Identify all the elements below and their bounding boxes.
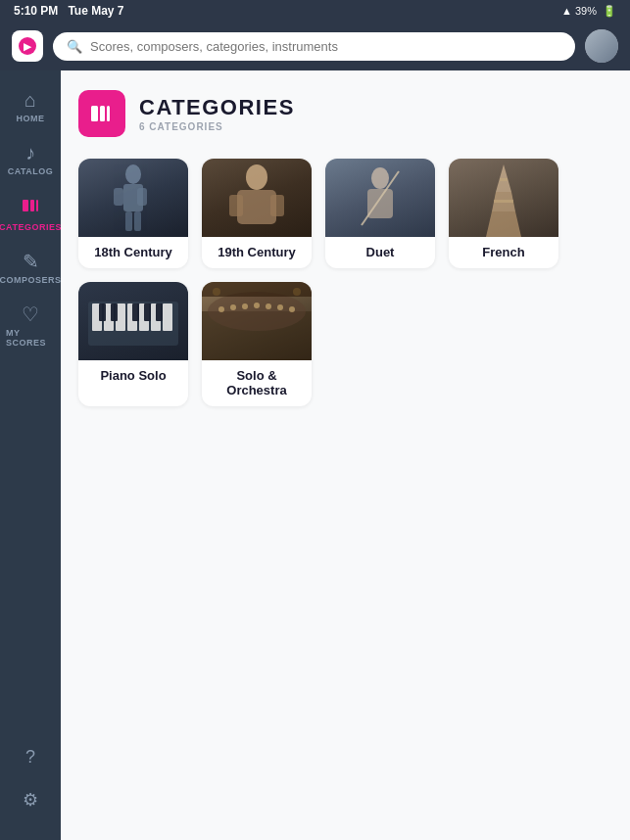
status-bar: 5:10 PM Tue May 7 ▲ 39% 🔋 — [0, 0, 630, 22]
svg-point-44 — [277, 304, 283, 310]
category-image-19th-century — [202, 159, 312, 237]
composers-icon: ✎ — [23, 252, 39, 271]
help-icon: ? — [25, 747, 35, 768]
svg-rect-33 — [111, 303, 118, 321]
svg-rect-8 — [114, 188, 123, 206]
category-image-solo-orchestra — [202, 282, 312, 360]
svg-rect-23 — [494, 200, 513, 203]
wifi-icon: ▲ 39% — [561, 5, 597, 17]
svg-rect-48 — [202, 282, 312, 297]
category-image-18th-century — [78, 159, 188, 237]
svg-rect-15 — [270, 195, 284, 216]
category-card-18th-century[interactable]: 18th Century — [78, 159, 188, 268]
main-layout: ⌂ HOME ♪ CATALOG CATEGORIES ✎ COMPOSERS … — [0, 70, 630, 840]
svg-rect-31 — [163, 303, 172, 331]
search-bar[interactable]: 🔍 — [53, 32, 575, 61]
category-card-19th-century[interactable]: 19th Century — [202, 159, 312, 268]
sidebar-label-composers: COMPOSERS — [0, 275, 62, 285]
svg-point-43 — [266, 303, 271, 309]
settings-icon: ⚙ — [23, 789, 38, 811]
svg-rect-35 — [144, 303, 151, 321]
category-image-duet — [325, 159, 435, 237]
heart-icon: ♡ — [22, 304, 39, 324]
top-bar: ▶ 🔍 — [0, 22, 630, 70]
category-label-solo-orchestra: Solo & Orchestra — [202, 360, 312, 406]
app-logo: ▶ — [12, 30, 43, 62]
category-label-piano-solo: Piano Solo — [78, 360, 188, 392]
page-header: CATEGORIES 6 CATEGORIES — [78, 90, 612, 137]
svg-point-40 — [230, 304, 236, 310]
sidebar-item-home[interactable]: ⌂ HOME — [0, 80, 61, 133]
sidebar-item-catalog[interactable]: ♪ CATALOG — [0, 133, 61, 186]
status-time-date: 5:10 PM Tue May 7 — [14, 4, 124, 18]
sidebar-label-catalog: CATALOG — [8, 166, 54, 176]
svg-rect-1 — [30, 200, 34, 211]
sidebar-label-categories: CATEGORIES — [0, 222, 62, 232]
help-button[interactable]: ? — [23, 737, 38, 777]
content-area: CATEGORIES 6 CATEGORIES 18t — [61, 70, 630, 840]
svg-point-39 — [218, 306, 224, 312]
category-label-french: French — [449, 237, 558, 268]
svg-rect-0 — [23, 200, 28, 211]
settings-button[interactable]: ⚙ — [23, 779, 38, 820]
svg-rect-34 — [132, 303, 139, 321]
sidebar-item-composers[interactable]: ✎ COMPOSERS — [0, 242, 61, 295]
page-icon — [78, 90, 125, 137]
svg-rect-17 — [367, 189, 393, 218]
svg-rect-9 — [137, 188, 147, 206]
sidebar-label-my-scores: MY SCORES — [6, 328, 55, 348]
sidebar: ⌂ HOME ♪ CATALOG CATEGORIES ✎ COMPOSERS … — [0, 70, 61, 840]
svg-rect-14 — [229, 195, 243, 216]
svg-rect-10 — [125, 211, 132, 231]
svg-rect-5 — [107, 106, 110, 121]
sidebar-bottom: ? ⚙ — [23, 737, 38, 820]
svg-point-6 — [125, 164, 141, 184]
battery-icon: 🔋 — [603, 5, 616, 18]
category-image-piano-solo — [78, 282, 188, 360]
svg-marker-21 — [486, 211, 521, 237]
svg-rect-32 — [99, 303, 106, 321]
category-label-19th-century: 19th Century — [202, 237, 312, 268]
svg-rect-2 — [36, 200, 38, 211]
page-subtitle: 6 CATEGORIES — [139, 121, 295, 132]
category-card-duet[interactable]: Duet — [325, 159, 435, 268]
sidebar-item-categories[interactable]: CATEGORIES — [0, 186, 61, 242]
category-label-18th-century: 18th Century — [78, 237, 188, 268]
svg-rect-11 — [134, 211, 141, 231]
sidebar-label-home: HOME — [17, 114, 45, 123]
svg-rect-3 — [91, 106, 98, 121]
svg-rect-22 — [500, 178, 508, 181]
sidebar-item-my-scores[interactable]: ♡ MY SCORES — [0, 295, 61, 357]
category-card-solo-orchestra[interactable]: Solo & Orchestra — [202, 282, 312, 406]
category-image-french — [449, 159, 558, 237]
categories-icon — [21, 196, 40, 218]
category-card-french[interactable]: French — [449, 159, 558, 268]
category-label-duet: Duet — [325, 237, 435, 268]
page-title: CATEGORIES — [139, 95, 295, 120]
svg-rect-4 — [100, 106, 105, 121]
categories-grid: 18th Century 19th Century — [78, 159, 612, 406]
catalog-icon: ♪ — [25, 143, 35, 163]
svg-point-45 — [289, 306, 295, 312]
search-input[interactable] — [90, 39, 561, 54]
svg-point-41 — [242, 303, 248, 309]
search-icon: 🔍 — [67, 39, 82, 54]
svg-point-42 — [254, 303, 260, 308]
svg-point-12 — [246, 164, 267, 190]
avatar[interactable] — [585, 29, 618, 63]
svg-rect-36 — [156, 303, 163, 321]
home-icon: ⌂ — [24, 90, 36, 110]
svg-point-16 — [371, 167, 389, 189]
category-card-piano-solo[interactable]: Piano Solo — [78, 282, 188, 406]
